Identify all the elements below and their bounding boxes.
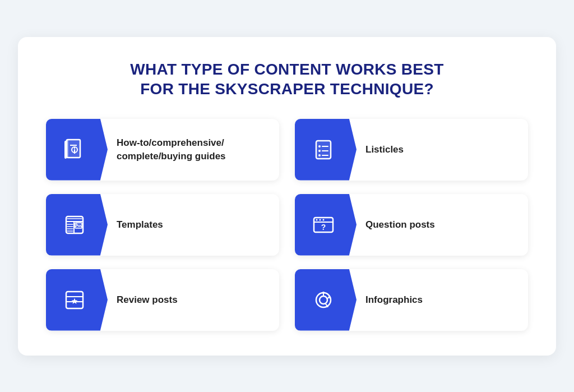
svg-marker-36: [72, 298, 78, 304]
card-label-templates: Templates: [108, 208, 279, 242]
card-infographics: Infographics: [295, 269, 528, 331]
card-label-listicles: Listicles: [357, 133, 528, 167]
svg-rect-20: [75, 223, 82, 228]
svg-point-15: [318, 154, 321, 156]
chart-circle-icon: [311, 287, 336, 313]
card-icon-wrap-guides: [46, 119, 108, 181]
card-label-review-posts: Review posts: [108, 283, 279, 317]
svg-rect-10: [316, 141, 331, 159]
list-icon: [311, 137, 336, 163]
card-listicles: Listicles: [295, 119, 528, 181]
svg-rect-6: [66, 140, 68, 158]
svg-point-43: [328, 296, 331, 298]
card-icon-wrap-listicles: [295, 119, 357, 181]
card-label-question-posts: Question posts: [357, 208, 528, 242]
content-grid: How-to/comprehensive/complete/buying gui…: [46, 119, 528, 331]
svg-rect-1: [67, 140, 80, 158]
svg-point-7: [74, 147, 75, 148]
card-label-guides: How-to/comprehensive/complete/buying gui…: [108, 126, 279, 173]
svg-point-30: [320, 219, 321, 220]
card-icon-wrap-infographics: [295, 269, 357, 331]
question-browser-icon: ?: [311, 212, 336, 238]
card-templates: Templates: [46, 194, 279, 256]
svg-point-11: [318, 145, 321, 147]
card-question-posts: ? Question posts: [295, 194, 528, 256]
card-icon-wrap-templates: [46, 194, 108, 256]
page-title: WHAT TYPE OF CONTENT WORKS BEST FOR THE …: [46, 59, 528, 99]
card-label-infographics: Infographics: [357, 283, 528, 317]
template-grid-icon: [62, 212, 87, 238]
svg-point-13: [318, 150, 321, 152]
card-review-posts: Review posts: [46, 269, 279, 331]
svg-point-29: [316, 219, 318, 220]
svg-text:?: ?: [321, 223, 326, 232]
svg-point-38: [320, 296, 327, 304]
svg-point-31: [323, 219, 325, 220]
card-guides: How-to/comprehensive/complete/buying gui…: [46, 119, 279, 181]
book-info-icon: [62, 137, 87, 163]
svg-point-42: [322, 292, 325, 294]
svg-point-21: [76, 223, 77, 224]
main-container: WHAT TYPE OF CONTENT WORKS BEST FOR THE …: [18, 37, 556, 356]
card-icon-wrap-question-posts: ?: [295, 194, 357, 256]
title-line1: WHAT TYPE OF CONTENT WORKS BEST: [130, 61, 443, 78]
card-icon-wrap-review-posts: [46, 269, 108, 331]
title-line2: FOR THE SKYSCRAPER TECHNIQUE?: [140, 80, 434, 98]
star-review-icon: [62, 287, 87, 313]
